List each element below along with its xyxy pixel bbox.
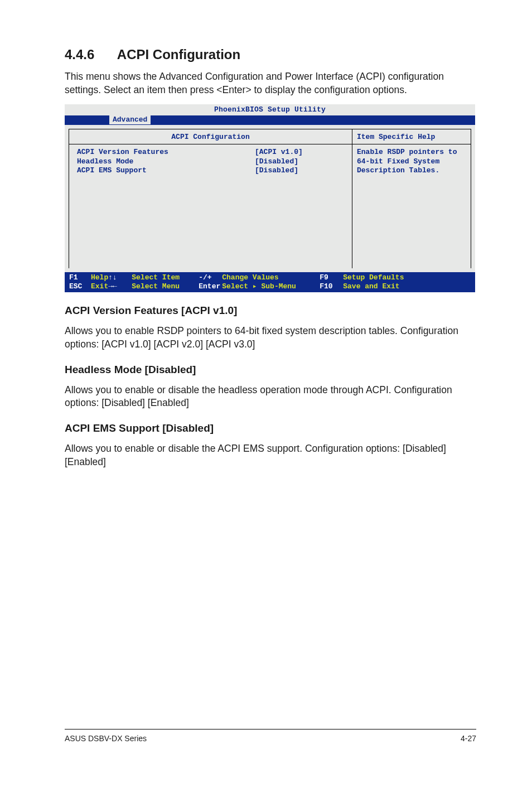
body-text: Allows you to enable RSDP pointers to 64… xyxy=(65,325,476,351)
bios-help-line: Enable RSDP pointers to xyxy=(357,148,466,157)
key-f1: F1 xyxy=(69,273,78,282)
section-header: 4.4.6 ACPI Configuration xyxy=(65,47,476,62)
bios-panel-title: ACPI Configuration xyxy=(69,129,352,144)
bios-help-line: Description Tables. xyxy=(357,166,466,175)
key-f10: F10 xyxy=(320,282,343,291)
key-esc: ESC xyxy=(69,282,82,291)
bios-item-label: ACPI Version Features xyxy=(77,148,168,157)
bios-help-title: Item Specific Help xyxy=(352,129,471,144)
bios-item-value: [Disabled] xyxy=(255,166,344,175)
body-text: Allows you to enable or disable the ACPI… xyxy=(65,442,476,468)
key-label: Exit xyxy=(91,282,108,291)
page-footer: ASUS DSBV-DX Series 4-27 xyxy=(65,729,476,743)
bios-help-line: 64-bit Fixed System xyxy=(357,157,466,166)
bios-footer: F1 Help ↑↓ Select Item -/+ Change Values… xyxy=(65,272,475,292)
section-title: ACPI Configuration xyxy=(117,47,240,62)
key-enter: Enter xyxy=(199,282,222,291)
key-f9: F9 xyxy=(320,273,343,282)
arrows-leftright-icon: →← xyxy=(108,282,132,291)
key-label: Change Values xyxy=(222,273,320,282)
key-label: Select Item xyxy=(132,273,199,282)
key-label: Select ▸ Sub-Menu xyxy=(222,282,320,291)
key-label: Save and Exit xyxy=(343,282,399,291)
bios-item-label: ACPI EMS Support xyxy=(77,166,168,175)
bios-item-label: Headless Mode xyxy=(77,157,168,166)
bios-tabrow: Advanced xyxy=(65,115,475,125)
footer-right: 4-27 xyxy=(461,734,476,743)
bios-item-value: [ACPI v1.0] xyxy=(255,148,344,157)
bios-screenshot: PhoenixBIOS Setup Utility Advanced ACPI … xyxy=(65,104,475,292)
section-intro: This menu shows the Advanced Configurati… xyxy=(65,70,476,96)
body-text: Allows you to enable or disable the head… xyxy=(65,384,476,410)
key-label: Select Menu xyxy=(132,282,199,291)
bios-help-text: Enable RSDP pointers to 64-bit Fixed Sys… xyxy=(352,144,471,268)
subheading-acpi-ems: ACPI EMS Support [Disabled] xyxy=(65,422,476,434)
subheading-headless: Headless Mode [Disabled] xyxy=(65,364,476,376)
arrows-updown-icon: ↑↓ xyxy=(108,273,132,282)
section-number: 4.4.6 xyxy=(65,47,94,62)
key-label: Help xyxy=(91,273,108,282)
subheading-acpi-version: ACPI Version Features [ACPI v1.0] xyxy=(65,305,476,317)
key-label: Setup Defaults xyxy=(343,273,404,282)
bios-item-value: [Disabled] xyxy=(255,157,344,166)
key-plusminus: -/+ xyxy=(199,273,222,282)
bios-title: PhoenixBIOS Setup Utility xyxy=(65,104,475,115)
bios-tab-advanced: Advanced xyxy=(109,114,151,124)
footer-left: ASUS DSBV-DX Series xyxy=(65,734,147,743)
